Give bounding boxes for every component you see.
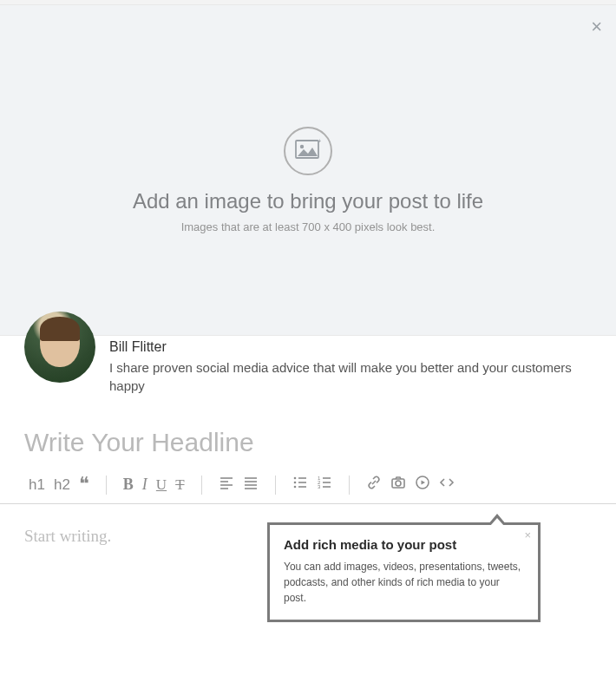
align-left-icon bbox=[219, 475, 234, 495]
popover-close-button[interactable]: × bbox=[524, 528, 531, 541]
align-left-button[interactable] bbox=[214, 473, 239, 496]
svg-point-24 bbox=[396, 481, 401, 486]
link-icon bbox=[366, 475, 382, 495]
add-image-button[interactable]: + bbox=[284, 127, 332, 175]
svg-text:+: + bbox=[318, 139, 321, 145]
close-icon: × bbox=[524, 528, 531, 541]
hero-title: Add an image to bring your post to life bbox=[0, 189, 616, 213]
align-justify-icon bbox=[243, 475, 259, 495]
bold-button[interactable]: B bbox=[119, 474, 138, 495]
code-icon bbox=[439, 475, 455, 495]
heading1-button[interactable]: h1 bbox=[24, 475, 49, 495]
ordered-list-button[interactable]: 123 bbox=[312, 473, 337, 496]
svg-text:3: 3 bbox=[318, 484, 321, 489]
headline-input[interactable] bbox=[24, 428, 592, 457]
heading2-button[interactable]: h2 bbox=[49, 475, 75, 495]
svg-point-11 bbox=[293, 477, 296, 480]
hero-subtitle: Images that are at least 700 x 400 pixel… bbox=[0, 220, 616, 233]
toolbar-group-align bbox=[214, 473, 263, 496]
editor-toolbar: h1 h2 ❝ B I U T bbox=[0, 464, 616, 504]
svg-point-13 bbox=[293, 482, 296, 484]
underline-button[interactable]: U bbox=[152, 475, 171, 495]
toolbar-divider bbox=[106, 476, 107, 495]
hero-inner: + Add an image to bring your post to lif… bbox=[0, 5, 616, 233]
hero-image-area[interactable]: × + Add an image to bring your post to l… bbox=[0, 5, 616, 336]
author-text: Bill Flitter I share proven social media… bbox=[95, 299, 592, 395]
link-button[interactable] bbox=[362, 473, 386, 496]
bullet-list-button[interactable] bbox=[288, 473, 312, 496]
rich-media-popover: × Add rich media to your post You can ad… bbox=[267, 522, 541, 622]
toolbar-group-media bbox=[362, 473, 459, 496]
author-row: Bill Flitter I share proven social media… bbox=[0, 299, 616, 395]
author-name: Bill Flitter bbox=[109, 339, 592, 355]
camera-icon bbox=[390, 475, 406, 495]
svg-point-1 bbox=[300, 145, 304, 148]
toolbar-group-format: B I U T bbox=[119, 474, 189, 495]
quote-icon: ❝ bbox=[79, 478, 89, 490]
embed-button[interactable] bbox=[435, 473, 459, 496]
play-circle-icon bbox=[415, 475, 430, 495]
ordered-list-icon: 123 bbox=[317, 475, 332, 495]
popover-title: Add rich media to your post bbox=[284, 537, 524, 552]
headline-area bbox=[0, 395, 616, 464]
toolbar-divider bbox=[201, 476, 202, 495]
close-icon: × bbox=[591, 16, 602, 37]
toolbar-group-lists: 123 bbox=[288, 473, 337, 496]
italic-button[interactable]: I bbox=[138, 474, 152, 495]
blockquote-button[interactable]: ❝ bbox=[75, 478, 94, 492]
bullet-list-icon bbox=[292, 475, 308, 495]
image-placeholder-icon: + bbox=[295, 139, 321, 163]
author-avatar[interactable] bbox=[24, 312, 95, 383]
author-bio: I share proven social media advice that … bbox=[109, 358, 592, 395]
toolbar-divider bbox=[275, 476, 276, 495]
svg-point-15 bbox=[293, 486, 296, 489]
popover-content: Add rich media to your post You can add … bbox=[270, 525, 538, 620]
video-button[interactable] bbox=[410, 473, 435, 496]
strikethrough-button[interactable]: T bbox=[171, 475, 188, 495]
image-button[interactable] bbox=[386, 473, 410, 496]
toolbar-group-headings: h1 h2 ❝ bbox=[24, 475, 94, 495]
toolbar-divider bbox=[349, 476, 350, 495]
align-justify-button[interactable] bbox=[239, 473, 263, 496]
close-button[interactable]: × bbox=[591, 17, 602, 36]
popover-body: You can add images, videos, presentation… bbox=[284, 559, 524, 606]
